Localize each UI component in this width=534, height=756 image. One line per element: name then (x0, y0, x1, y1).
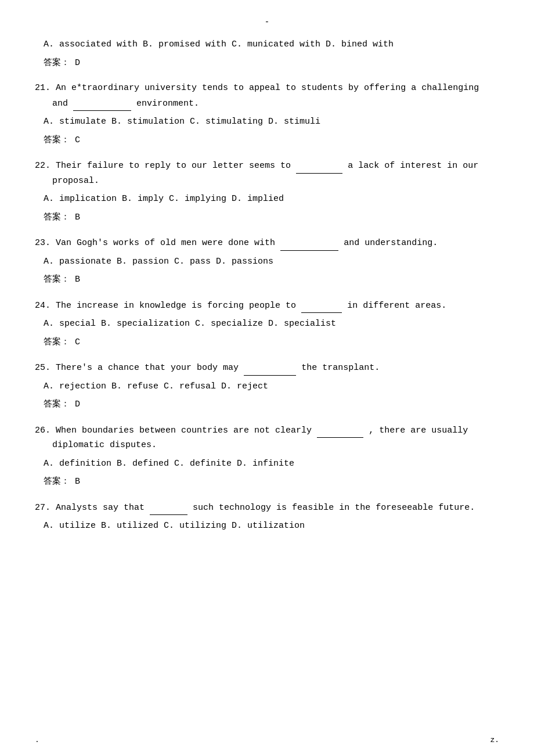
question-26-blank (317, 423, 363, 438)
question-25-answer: 答案： D (35, 397, 499, 412)
question-27-body: Analysts say that (56, 503, 145, 513)
question-22-options: A. implication B. imply C. implying D. i… (35, 192, 499, 207)
question-22-block: 22. Their failure to reply to our letter… (35, 158, 499, 225)
footer-right: z. (490, 736, 499, 744)
question-22-answer-label: 答案： (44, 213, 70, 222)
question-21-answer-label: 答案： (44, 135, 70, 145)
question-23-answer: 答案： B (35, 272, 499, 287)
question-23-block: 23. Van Gogh's works of old men were don… (35, 235, 499, 287)
question-27-block: 27. Analysts say that such technology is… (35, 500, 499, 534)
question-22-text: 22. Their failure to reply to our letter… (35, 158, 499, 188)
question-26-answer-value: B (75, 477, 80, 487)
question-24-after: in different areas. (347, 301, 446, 311)
question-25-after: the transplant. (301, 363, 380, 373)
question-23-options: A. passionate B. passion C. pass D. pass… (35, 254, 499, 269)
question-26-text: 26. When boundaries between countries ar… (35, 423, 499, 453)
question-27-number: 27. (35, 503, 50, 513)
question-21-blank (73, 96, 131, 111)
prev-answer-line: 答案： D (35, 56, 499, 71)
prev-question-block: A. associated with B. promised with C. m… (35, 37, 499, 70)
question-24-answer-value: C (75, 337, 80, 347)
question-24-text: 24. The increase in knowledge is forcing… (35, 298, 499, 314)
question-27-blank (150, 500, 187, 516)
page-footer: . z. (35, 736, 499, 744)
question-24-body: The increase in knowledge is forcing peo… (56, 301, 296, 311)
question-23-after: and understanding. (344, 238, 438, 248)
prev-answer-label: 答案： (44, 58, 70, 68)
question-24-block: 24. The increase in knowledge is forcing… (35, 298, 499, 350)
question-26-body: When boundaries between countries are no… (56, 426, 312, 435)
question-25-answer-value: D (75, 399, 80, 409)
question-21-after: environment. (136, 99, 199, 109)
prev-options-line: A. associated with B. promised with C. m… (35, 37, 499, 52)
question-22-answer: 答案： B (35, 210, 499, 225)
top-dash: - (35, 17, 499, 27)
question-24-options: A. special B. specialization C. speciali… (35, 316, 499, 332)
question-25-answer-label: 答案： (44, 399, 70, 409)
question-25-body: There's a chance that your body may (56, 363, 239, 373)
question-23-text: 23. Van Gogh's works of old men were don… (35, 235, 499, 251)
question-21-answer: 答案： C (35, 133, 499, 148)
prev-answer-value: D (75, 58, 80, 68)
question-22-blank (296, 158, 342, 174)
question-25-blank (244, 360, 296, 376)
question-25-block: 25. There's a chance that your body may … (35, 360, 499, 412)
question-25-number: 25. (35, 363, 50, 373)
question-23-blank (280, 235, 338, 251)
question-23-answer-label: 答案： (44, 275, 70, 285)
question-27-text: 27. Analysts say that such technology is… (35, 500, 499, 516)
question-27-options: A. utilize B. utilized C. utilizing D. u… (35, 519, 499, 534)
question-25-text: 25. There's a chance that your body may … (35, 360, 499, 376)
question-24-blank (301, 298, 342, 314)
question-21-text: 21. An e*traordinary university tends to… (35, 81, 499, 111)
question-21-block: 21. An e*traordinary university tends to… (35, 81, 499, 147)
question-24-number: 24. (35, 301, 50, 311)
question-23-answer-value: B (75, 275, 80, 285)
question-22-number: 22. (35, 161, 50, 171)
question-26-answer: 答案： B (35, 474, 499, 489)
question-22-body: Their failure to reply to our letter see… (56, 161, 291, 171)
question-22-answer-value: B (75, 213, 80, 222)
question-21-answer-value: C (75, 135, 80, 145)
question-24-answer: 答案： C (35, 335, 499, 350)
question-27-after: such technology is feasible in the fores… (193, 503, 475, 513)
footer-left: . (35, 736, 39, 744)
question-26-block: 26. When boundaries between countries ar… (35, 423, 499, 489)
question-26-options: A. definition B. defined C. definite D. … (35, 456, 499, 471)
question-24-answer-label: 答案： (44, 337, 70, 347)
question-26-number: 26. (35, 426, 50, 435)
question-26-answer-label: 答案： (44, 477, 70, 487)
question-23-body: Van Gogh's works of old men were done wi… (56, 238, 275, 248)
question-21-options: A. stimulate B. stimulation C. stimulati… (35, 114, 499, 129)
question-25-options: A. rejection B. refuse C. refusal D. rej… (35, 379, 499, 394)
question-21-number: 21. (35, 83, 50, 93)
question-23-number: 23. (35, 238, 50, 248)
